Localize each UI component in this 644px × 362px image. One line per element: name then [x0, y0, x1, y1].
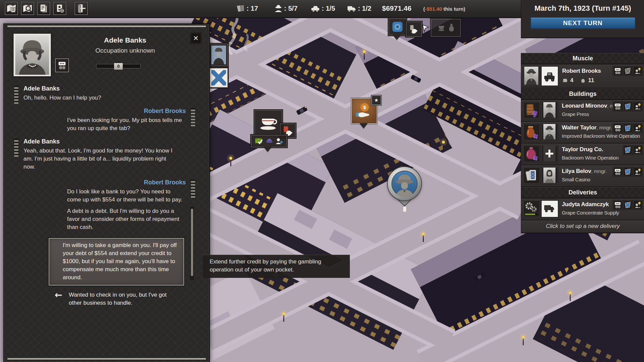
- svg-text:$: $: [363, 105, 366, 110]
- relationship-slider-handle[interactable]: 0: [114, 63, 123, 70]
- robert-brooks-portrait: [524, 67, 539, 85]
- window-trim: [7, 25, 206, 27]
- map-marker-gambling-debt[interactable]: $ ★: [351, 98, 388, 131]
- map-assignment-button[interactable]: [623, 200, 632, 209]
- options-scrollbar[interactable]: [190, 207, 194, 280]
- locate-button[interactable]: [633, 102, 642, 111]
- building-name: Improved Backroom Wine Operation: [562, 133, 640, 139]
- manager-name: Walter Taylor: [562, 124, 596, 131]
- delta-rest: this turn): [442, 6, 465, 12]
- saltire-flag-box[interactable]: [209, 68, 228, 88]
- scrollbar-thumb[interactable]: [191, 209, 193, 276]
- map-x-icon: [624, 168, 632, 176]
- crew-portrait-box[interactable]: [209, 44, 228, 66]
- new-delivery-button[interactable]: Click to set up a new delivery: [521, 220, 644, 233]
- woman-portrait-photo: [15, 35, 49, 75]
- leonard-mironov-portrait: [542, 102, 557, 118]
- back-arrow-icon: ←: [55, 291, 62, 299]
- close-button[interactable]: ✕: [191, 33, 201, 44]
- wine-jug-icon: [524, 124, 539, 139]
- map-assignment-button[interactable]: [623, 145, 632, 155]
- map-search-button[interactable]: [21, 2, 34, 15]
- dialogue-option-extend-credit[interactable]: I'm willing to take a gamble on you. I'l…: [49, 238, 184, 286]
- exit-door-icon: [76, 3, 86, 13]
- stat-value: : 1/5: [322, 5, 335, 12]
- stat-value: : 1/2: [358, 5, 371, 12]
- map-assignment-button[interactable]: [623, 102, 632, 111]
- adele-banks-portrait: [13, 34, 51, 76]
- building-name: Grape Press: [562, 111, 589, 117]
- section-header-muscle: Muscle: [521, 53, 644, 64]
- building-row-backroom-wine[interactable]: Taylor Drug Co. Backroom Wine Operation: [521, 143, 644, 165]
- dialogue-option-leave[interactable]: ← Wanted to check in on you, but I've go…: [49, 291, 195, 307]
- film-strip-decoration: [191, 108, 195, 126]
- district-icon: [236, 4, 245, 12]
- company-name: Taylor Drug Co.: [562, 146, 603, 153]
- map-notes-icon: [6, 3, 16, 13]
- building-row-small-casino[interactable]: Lilya Belov, mngr. Small Casino: [521, 165, 644, 187]
- message-text: I've been looking for you. My pit boss t…: [67, 116, 186, 132]
- fist-icon: [562, 77, 568, 83]
- map-marker-coffee-shop[interactable]: [252, 110, 292, 154]
- map-x-icon-disabled: [624, 67, 632, 75]
- stat-districts: : 17: [236, 4, 258, 12]
- coffee-shop-status-tray[interactable]: [251, 135, 287, 147]
- poker-chip-icon-box[interactable]: [388, 18, 407, 36]
- relationship-slider[interactable]: 0: [96, 64, 141, 68]
- building-row-grape-press[interactable]: Leonard Mironov, mngr. Grape Press: [521, 100, 644, 122]
- hand-icon-box[interactable]: [406, 21, 422, 37]
- map-assignment-button[interactable]: [623, 124, 632, 133]
- talk-button[interactable]: [613, 102, 622, 111]
- map-assignment-button[interactable]: [623, 167, 632, 176]
- conversation-log-button[interactable]: [55, 58, 69, 72]
- locate-icon: [634, 168, 642, 176]
- crew-member-portrait: [211, 46, 226, 64]
- section-header-buildings: Buildings: [521, 88, 644, 100]
- next-turn-button[interactable]: NEXT TURN: [531, 17, 635, 29]
- game-date: March 7th, 1923 (Turn #145): [521, 4, 644, 13]
- building-row-improved-wine[interactable]: Walter Taylor, mngr. Improved Backroom W…: [521, 122, 644, 143]
- stat-value: : 17: [247, 5, 258, 12]
- toolbar: [5, 2, 88, 15]
- locate-button[interactable]: [633, 200, 642, 209]
- locate-button[interactable]: [633, 124, 642, 133]
- hand-icon: [409, 24, 419, 34]
- ledger-button[interactable]: [37, 2, 50, 15]
- coffee-shop-icon-box[interactable]: [254, 110, 282, 135]
- marker-pointer: [393, 35, 401, 40]
- locate-button[interactable]: [633, 145, 642, 155]
- map-overview-button[interactable]: [5, 2, 18, 15]
- map-marker-robert-brooks[interactable]: [388, 167, 421, 210]
- delivery-row-grape-concentrate[interactable]: Judyta Adamczyk Grape Concentrate Supply: [521, 198, 644, 220]
- chat-icon: [614, 124, 622, 132]
- carboy-grapes-icon: [524, 146, 539, 161]
- stat-vehicles: : 1/5: [311, 4, 335, 12]
- speaker-name: Robert Brooks: [67, 108, 186, 115]
- locate-button[interactable]: [633, 167, 642, 176]
- map-assignment-button[interactable]: [623, 66, 632, 75]
- talk-button[interactable]: [613, 124, 622, 133]
- locate-icon: [634, 146, 642, 154]
- playing-cards-icon: [524, 168, 539, 183]
- talk-button[interactable]: [613, 200, 622, 209]
- film-strip-decoration: [14, 86, 18, 104]
- cursor-icon: [422, 24, 429, 32]
- blue-saltire-icon: [211, 70, 226, 85]
- map-x-icon: [624, 103, 632, 110]
- delivery-name: Grape Concentrate Supply: [562, 210, 619, 216]
- contacts-button[interactable]: [53, 2, 66, 15]
- film-strip-decoration: [14, 139, 18, 157]
- dialog-character-occupation: Occupation unknown: [51, 47, 199, 54]
- money-amount: $6971.46: [382, 4, 412, 12]
- talk-button[interactable]: [613, 167, 622, 176]
- secondary-icons-box[interactable]: [431, 19, 461, 37]
- locate-button[interactable]: [633, 66, 642, 75]
- manager-suffix: , mngr.: [596, 125, 612, 130]
- message-robert-1: Robert Brooks I've been looking for you.…: [14, 108, 195, 132]
- exit-button[interactable]: [74, 2, 88, 15]
- talk-button[interactable]: [613, 66, 622, 75]
- portrait-ring[interactable]: [388, 167, 421, 200]
- map-marker-casino-cluster[interactable]: [388, 18, 462, 45]
- map-marker-crew-building[interactable]: [209, 44, 228, 90]
- muscle-row-robert-brooks[interactable]: Robert Brooks 4 11: [521, 64, 644, 88]
